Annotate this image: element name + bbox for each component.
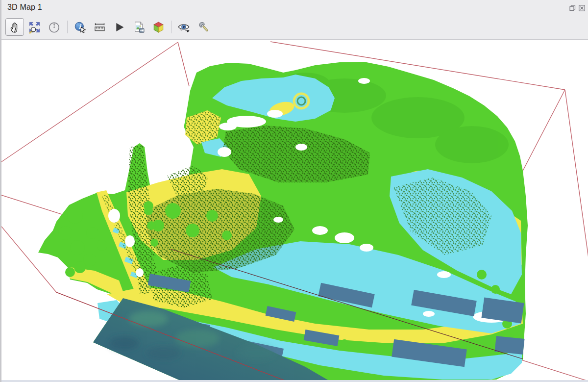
3d-map-toolbar: i	[1, 15, 588, 40]
float-icon	[569, 5, 576, 11]
camera-control-icon	[8, 21, 22, 34]
export-scene-icon	[152, 21, 165, 34]
view-theme-button[interactable]	[175, 18, 194, 36]
navigation-icon	[48, 21, 61, 34]
play-animation-button[interactable]	[110, 18, 128, 36]
3d-scene	[1, 40, 588, 380]
camera-control-button[interactable]	[5, 18, 24, 36]
toolbar-separator	[67, 21, 68, 33]
3d-viewport[interactable]	[1, 40, 588, 380]
zoom-full-icon	[28, 21, 41, 34]
zoom-full-button[interactable]	[25, 18, 44, 36]
configure-icon	[197, 21, 211, 34]
float-window-button[interactable]	[569, 4, 576, 11]
3d-map-window: { "window": { "title": "3D Map 1", "cont…	[0, 0, 588, 382]
window-bottom-edge	[1, 380, 588, 382]
save-image-icon	[132, 21, 146, 34]
measure-line-button[interactable]	[90, 18, 109, 36]
close-window-button[interactable]	[578, 4, 585, 11]
window-title: 3D Map 1	[7, 3, 42, 12]
configure-button[interactable]	[195, 18, 213, 36]
play-animation-icon	[113, 21, 126, 34]
measure-line-icon	[93, 21, 106, 34]
identify-icon: i	[74, 21, 87, 34]
save-image-button[interactable]	[129, 18, 148, 36]
view-theme-icon	[177, 21, 192, 34]
window-controls	[569, 4, 585, 11]
export-scene-button[interactable]	[149, 18, 168, 36]
navigation-button[interactable]	[45, 18, 63, 36]
toolbar-separator	[172, 21, 172, 33]
identify-button[interactable]: i	[71, 18, 89, 36]
close-icon	[579, 5, 585, 11]
titlebar: 3D Map 1	[1, 0, 588, 15]
